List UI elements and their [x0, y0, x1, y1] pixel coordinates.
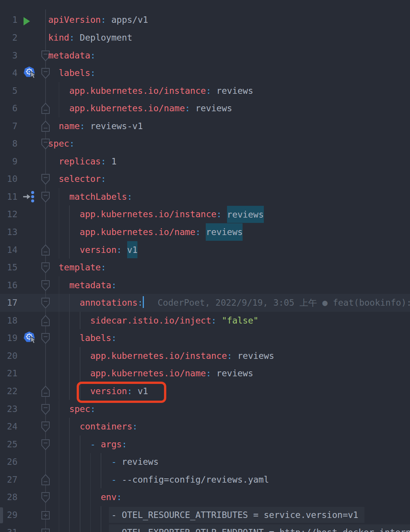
line-number: 21: [0, 365, 17, 382]
code-text[interactable]: version: v1: [48, 241, 137, 259]
code-line: 21app.kubernetes.io/name: reviews: [0, 365, 410, 382]
highlighted-value: reviews: [227, 206, 264, 223]
code-text[interactable]: replicas: 1: [48, 153, 117, 170]
line-number: 25: [0, 436, 17, 453]
line-number: 12: [0, 205, 17, 223]
code-text[interactable]: - --config=config/reviews.yaml: [48, 471, 269, 489]
code-line: 7name: reviews-v1: [0, 117, 410, 135]
code-text[interactable]: - args:: [48, 436, 127, 453]
yaml-key: version: [80, 245, 117, 255]
code-text[interactable]: app.kubernetes.io/name: reviews: [48, 223, 243, 241]
yaml-key: metadata: [69, 280, 111, 290]
text-caret: [143, 296, 144, 308]
code-text[interactable]: app.kubernetes.io/instance: reviews: [48, 82, 253, 100]
yaml-colon: :: [206, 368, 211, 378]
code-text[interactable]: sidecar.istio.io/inject: "false": [48, 312, 259, 330]
code-text[interactable]: labels:: [48, 64, 96, 82]
code-text[interactable]: - OTEL_RESOURCE_ATTRIBUTES = service.ver…: [48, 506, 364, 524]
yaml-value: Deployment: [74, 33, 132, 43]
line-number: 16: [0, 276, 17, 294]
yaml-colon: :: [101, 174, 106, 184]
code-text[interactable]: template:: [48, 259, 106, 276]
yaml-value: --config=config/reviews.yaml: [122, 475, 269, 485]
code-text[interactable]: kind: Deployment: [48, 29, 132, 47]
yaml-value: reviews: [211, 86, 253, 96]
line-number: 10: [0, 170, 17, 188]
code-text[interactable]: name: reviews-v1: [48, 117, 143, 135]
folded-region[interactable]: - OTEL_EXPORTER_OTLP_ENDPOINT = http://h…: [109, 524, 410, 532]
arrow-dots-icon[interactable]: [21, 189, 36, 210]
code-text[interactable]: app.kubernetes.io/name: reviews: [48, 365, 253, 382]
code-text[interactable]: env:: [48, 488, 122, 506]
code-text[interactable]: app.kubernetes.io/instance: reviews: [48, 205, 264, 223]
line-number: 24: [0, 418, 17, 436]
yaml-colon: :: [137, 298, 143, 308]
line-number: 27: [0, 471, 17, 489]
code-line: 11matchLabels:: [0, 188, 410, 206]
line-number: 17: [0, 294, 17, 312]
code-text[interactable]: selector:: [48, 170, 106, 188]
code-text[interactable]: labels:: [48, 329, 117, 347]
line-number: 31: [0, 524, 17, 532]
code-line: 1apiVersion: apps/v1: [0, 11, 410, 29]
yaml-colon: :: [196, 227, 201, 237]
code-text[interactable]: app.kubernetes.io/name: reviews: [48, 99, 232, 117]
yaml-value: [201, 227, 206, 237]
yaml-colon: :: [90, 51, 96, 60]
left-edge-scroll-marker[interactable]: [0, 507, 3, 523]
yaml-colon: :: [132, 421, 138, 431]
code-text[interactable]: matchLabels:: [48, 188, 132, 206]
yaml-value: reviews: [190, 103, 232, 113]
yaml-key: labels: [59, 68, 90, 78]
code-line: 28env:: [0, 488, 410, 506]
yaml-dash: -: [90, 439, 101, 449]
yaml-key: containers: [80, 421, 132, 431]
yaml-key: spec: [48, 139, 69, 148]
yaml-colon: :: [80, 121, 85, 131]
code-line: 8spec:: [0, 135, 410, 153]
kubernetes-icon[interactable]: [23, 331, 37, 351]
yaml-key: selector: [59, 174, 101, 184]
code-line: 29- OTEL_RESOURCE_ATTRIBUTES = service.v…: [0, 506, 410, 524]
line-number: 20: [0, 347, 17, 365]
code-text[interactable]: apiVersion: apps/v1: [48, 11, 148, 29]
yaml-key: app.kubernetes.io/instance: [90, 351, 227, 361]
yaml-key: env: [101, 492, 117, 502]
code-text[interactable]: containers:: [48, 418, 137, 436]
code-text[interactable]: annotations:CoderPoet, 2022/9/19, 3:05 上…: [48, 294, 410, 312]
line-number: 23: [0, 400, 17, 418]
folded-region[interactable]: - OTEL_RESOURCE_ATTRIBUTES = service.ver…: [109, 507, 364, 523]
code-line: 31- OTEL_EXPORTER_OTLP_ENDPOINT = http:/…: [0, 524, 410, 532]
code-line: 9replicas: 1: [0, 153, 410, 170]
code-line: 14version: v1: [0, 241, 410, 259]
code-line: 2kind: Deployment: [0, 29, 410, 47]
code-text[interactable]: metadata:: [48, 47, 96, 65]
yaml-colon: :: [185, 103, 190, 113]
yaml-key: app.kubernetes.io/instance: [80, 209, 216, 219]
highlighted-value: reviews: [206, 223, 243, 240]
line-number: 5: [0, 82, 17, 100]
yaml-key: replicas: [59, 156, 101, 166]
code-text[interactable]: spec:: [48, 135, 74, 153]
kubernetes-icon[interactable]: [23, 66, 37, 86]
code-line: 23spec:: [0, 400, 410, 418]
editor[interactable]: 1apiVersion: apps/v12kind: Deployment3me…: [0, 0, 410, 532]
code-line: 18sidecar.istio.io/inject: "false": [0, 312, 410, 330]
code-text[interactable]: metadata:: [48, 276, 117, 294]
yaml-key: template: [59, 262, 101, 272]
run-icon[interactable]: [22, 13, 31, 32]
folded-text: - OTEL_EXPORTER_OTLP_ENDPOINT = http://h…: [111, 527, 410, 532]
yaml-value: reviews: [232, 351, 274, 361]
code-line: 26- reviews: [0, 453, 410, 471]
line-number: 14: [0, 241, 17, 259]
line-number: 26: [0, 453, 17, 471]
yaml-key: spec: [69, 404, 90, 414]
code-text[interactable]: - reviews: [48, 453, 159, 471]
yaml-colon: :: [206, 86, 211, 96]
code-text[interactable]: - OTEL_EXPORTER_OTLP_ENDPOINT = http://h…: [48, 524, 410, 532]
code-text[interactable]: app.kubernetes.io/instance: reviews: [48, 347, 274, 365]
line-number: 9: [0, 153, 17, 170]
yaml-key: name: [59, 121, 80, 131]
yaml-colon: :: [69, 139, 74, 148]
yaml-key: annotations: [80, 298, 137, 308]
